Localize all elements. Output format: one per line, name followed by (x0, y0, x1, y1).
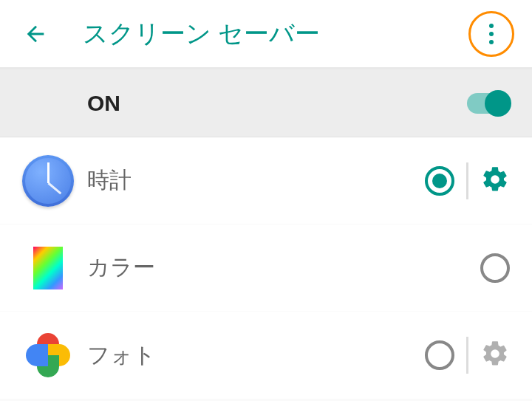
radio-clock[interactable] (425, 166, 454, 196)
back-button[interactable] (18, 16, 53, 52)
master-switch-toggle[interactable] (467, 93, 510, 114)
list-item-label: カラー (87, 253, 480, 283)
divider-icon (466, 337, 468, 374)
list-item-label: 時計 (87, 165, 425, 196)
settings-button-photos[interactable] (480, 339, 510, 371)
overflow-menu-button[interactable] (468, 11, 514, 57)
photos-icon (22, 329, 74, 381)
switch-thumb-icon (485, 90, 511, 117)
list-item-colors[interactable]: カラー (0, 225, 532, 312)
divider-icon (466, 162, 468, 199)
page-title: スクリーン セーバー (83, 17, 468, 51)
list-item-clock[interactable]: 時計 (0, 137, 532, 225)
clock-icon (22, 155, 74, 207)
screensaver-list: 時計 カラー フォト (0, 137, 532, 399)
master-switch-label: ON (87, 91, 467, 116)
gear-icon (480, 165, 510, 194)
master-switch-row[interactable]: ON (0, 69, 532, 137)
list-item-photos[interactable]: フォト (0, 312, 532, 399)
gear-icon (480, 339, 510, 369)
more-vert-icon (489, 24, 494, 44)
colors-icon (22, 242, 74, 294)
radio-photos[interactable] (425, 340, 454, 370)
list-item-label: フォト (87, 340, 425, 371)
settings-button-clock[interactable] (480, 165, 510, 197)
arrow-left-icon (23, 21, 48, 47)
radio-colors[interactable] (480, 253, 510, 283)
app-bar: スクリーン セーバー (0, 0, 532, 69)
